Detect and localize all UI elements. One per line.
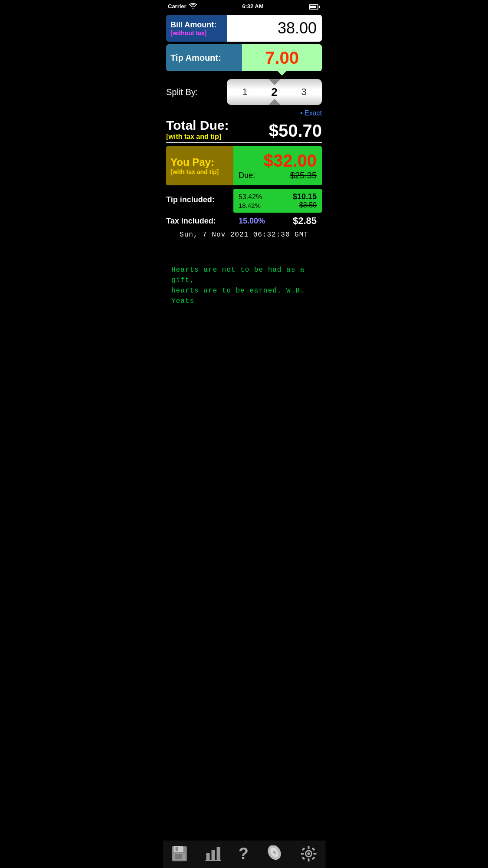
- bill-amount-label: Bill Amount:: [170, 20, 223, 30]
- you-pay-section: You Pay: [with tax and tip] $32.00 Due: …: [166, 146, 322, 185]
- status-bar: Carrier 6:32 AM: [163, 0, 325, 12]
- quote-text: Hearts are not to be had as a gift, hear…: [171, 266, 305, 305]
- you-pay-due-row: Due: $25.35: [239, 171, 317, 181]
- tax-included-left: Tax included:: [166, 217, 233, 226]
- bill-label-box: Bill Amount: [without tax]: [166, 15, 227, 42]
- tip-value-box[interactable]: 7.00: [242, 44, 322, 71]
- total-due-amount: $50.70: [269, 121, 322, 141]
- you-pay-sublabel: [with tax and tip]: [170, 168, 229, 175]
- tip-pct-top: 53.42%: [239, 193, 262, 201]
- wifi-icon: [189, 3, 197, 9]
- total-due-sublabel: [with tax and tip]: [166, 133, 229, 141]
- tip-row-top: 53.42% $10.15: [239, 192, 317, 201]
- exact-label: • Exact: [166, 109, 322, 117]
- tip-amount-value: 7.00: [265, 48, 299, 68]
- tip-included-label: Tip included:: [166, 195, 233, 204]
- split-option-2[interactable]: 2: [271, 85, 277, 99]
- tip-pct-bottom: 18.42%: [239, 202, 261, 209]
- quote-area: Hearts are not to be had as a gift, hear…: [171, 265, 317, 306]
- tip-amount-label: Tip Amount:: [170, 53, 221, 63]
- exact-text: Exact: [305, 109, 322, 117]
- tip-amount-row: Tip Amount: 7.00: [166, 44, 322, 71]
- tip-amt-top: $10.15: [293, 192, 317, 201]
- tip-included-values: 53.42% $10.15 18.42% $3.50: [233, 189, 322, 213]
- tax-included-row: Tax included: 15.00% $2.85: [166, 215, 322, 227]
- status-left: Carrier: [168, 3, 197, 10]
- bill-amount-sublabel: [without tax]: [170, 30, 223, 36]
- split-by-row: Split By: 1 2 3: [166, 79, 322, 105]
- you-pay-values-box: $32.00 Due: $25.35: [233, 146, 322, 185]
- bill-amount-row: Bill Amount: [without tax] 38.00: [166, 15, 322, 42]
- you-pay-due-amount: $25.35: [290, 171, 317, 181]
- total-due-label: Total Due:: [166, 118, 229, 133]
- you-pay-label-box: You Pay: [with tax and tip]: [166, 146, 233, 185]
- tax-pct: 15.00%: [239, 217, 265, 226]
- total-due-section: • Exact Total Due: [with tax and tip] $5…: [166, 109, 322, 143]
- tip-included-left: Tip included:: [166, 189, 233, 213]
- tip-included-section: Tip included: 53.42% $10.15 18.42% $3.50: [166, 189, 322, 213]
- datetime-display: Sun, 7 Nov 2021 06:32:30 GMT: [163, 231, 325, 239]
- carrier-label: Carrier: [168, 3, 187, 10]
- bill-amount-input[interactable]: 38.00: [227, 15, 322, 42]
- status-time: 6:32 AM: [242, 3, 263, 10]
- split-picker[interactable]: 1 2 3: [227, 79, 322, 105]
- you-pay-amount: $32.00: [239, 151, 317, 171]
- bill-amount-value: 38.00: [278, 19, 317, 37]
- split-option-1[interactable]: 1: [242, 86, 247, 98]
- total-divider: [166, 142, 322, 143]
- battery-indicator: [309, 3, 320, 10]
- split-option-3[interactable]: 3: [301, 86, 306, 98]
- exact-dot: •: [300, 109, 303, 117]
- total-due-row: Total Due: [with tax and tip] $50.70: [166, 118, 322, 141]
- split-by-label: Split By:: [166, 87, 227, 97]
- tax-included-label: Tax included:: [166, 217, 216, 225]
- total-due-left: Total Due: [with tax and tip]: [166, 118, 229, 141]
- tax-included-values: 15.00% $2.85: [233, 215, 322, 227]
- tax-amt: $2.85: [293, 215, 317, 227]
- tip-row-bottom: 18.42% $3.50: [239, 201, 317, 209]
- you-pay-label: You Pay:: [170, 156, 229, 168]
- tip-label-box: Tip Amount:: [166, 44, 242, 71]
- you-pay-due-label: Due:: [239, 171, 255, 180]
- tip-amt-bottom: $3.50: [299, 201, 317, 209]
